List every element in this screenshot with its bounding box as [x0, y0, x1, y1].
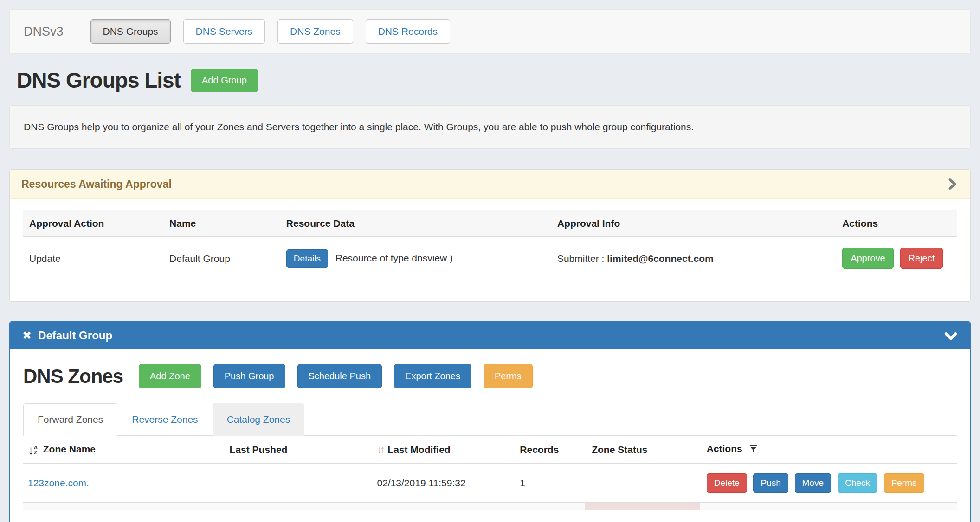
- zone-actions-cell: Delete Push Move Check Perms: [702, 464, 957, 503]
- approval-resource-cell: Details Resource of type dnsview ): [280, 237, 551, 280]
- zone-link[interactable]: 123zone.com.: [28, 477, 89, 488]
- description-well: DNS Groups help you to organize all of y…: [9, 105, 971, 149]
- page-title-row: DNS Groups List Add Group: [17, 68, 971, 93]
- nav-dns-records-button[interactable]: DNS Records: [366, 19, 450, 44]
- submitter-email: limited@6connect.com: [607, 253, 713, 264]
- last-modified-cell: 02/13/2019 11:59:32: [372, 464, 515, 503]
- nav-dns-servers-button[interactable]: DNS Servers: [183, 19, 265, 44]
- move-zone-button[interactable]: Move: [795, 473, 831, 493]
- sort-alpha-icon[interactable]: ↓AZ: [28, 445, 38, 455]
- approval-name-cell: Default Group: [163, 237, 280, 280]
- group-panel-title: Default Group: [38, 329, 944, 342]
- top-navbar: DNSv3 DNS Groups DNS Servers DNS Zones D…: [9, 9, 971, 54]
- approve-button[interactable]: Approve: [842, 248, 894, 269]
- last-pushed-cell: [225, 464, 373, 503]
- export-zones-button[interactable]: Export Zones: [394, 364, 471, 388]
- add-group-button[interactable]: Add Group: [191, 69, 258, 92]
- col-zone-status[interactable]: Zone Status: [587, 436, 702, 464]
- col-approval-info: Approval Info: [551, 210, 836, 237]
- submitter-label: Submitter :: [557, 253, 605, 264]
- zone-tabs: Forward Zones Reverse Zones Catalog Zone…: [23, 403, 957, 436]
- filter-icon[interactable]: [749, 445, 758, 456]
- nav-dns-groups-button[interactable]: DNS Groups: [90, 19, 171, 44]
- reject-button[interactable]: Reject: [900, 248, 943, 269]
- push-group-button[interactable]: Push Group: [213, 364, 285, 388]
- chevron-right-icon[interactable]: [946, 178, 959, 191]
- group-panel-body: DNS Zones Add Zone Push Group Schedule P…: [10, 349, 970, 522]
- push-zone-button[interactable]: Push: [753, 473, 788, 493]
- dns-zones-toolbar: DNS Zones Add Zone Push Group Schedule P…: [23, 364, 957, 388]
- tab-reverse-zones[interactable]: Reverse Zones: [117, 403, 212, 436]
- check-zone-button[interactable]: Check: [838, 473, 877, 493]
- approval-action-cell: Update: [23, 237, 163, 280]
- details-button[interactable]: Details: [286, 249, 328, 268]
- col-name: Name: [163, 210, 280, 237]
- sort-icon[interactable]: ↓↑: [377, 444, 383, 455]
- col-last-modified[interactable]: ↓↑ Last Modified: [372, 436, 515, 464]
- schedule-push-button[interactable]: Schedule Push: [297, 364, 382, 388]
- default-group-panel: ✖ Default Group DNS Zones Add Zone Push …: [9, 321, 971, 522]
- zone-name-cell: 123zone.com.: [23, 464, 225, 503]
- add-zone-button[interactable]: Add Zone: [139, 364, 201, 388]
- perms-zone-button[interactable]: Perms: [884, 473, 924, 493]
- zones-table: ↓AZ Zone Name Last Pushed ↓↑ Last Modifi…: [23, 436, 957, 503]
- col-records[interactable]: Records: [515, 436, 587, 464]
- perms-group-button[interactable]: Perms: [484, 364, 533, 388]
- approval-panel-body: Approval Action Name Resource Data Appro…: [10, 199, 970, 301]
- col-resource-data: Resource Data: [280, 210, 551, 237]
- col-last-pushed[interactable]: Last Pushed: [225, 436, 373, 464]
- chevron-down-icon[interactable]: [944, 329, 958, 343]
- col-zone-name[interactable]: ↓AZ Zone Name: [23, 436, 225, 464]
- approval-panel-title: Resources Awaiting Approval: [21, 178, 172, 191]
- tab-forward-zones[interactable]: Forward Zones: [23, 403, 117, 436]
- close-icon[interactable]: ✖: [22, 329, 32, 342]
- nav-dns-zones-button[interactable]: DNS Zones: [277, 19, 353, 44]
- app-brand: DNSv3: [24, 25, 64, 39]
- group-panel-header[interactable]: ✖ Default Group: [10, 322, 970, 349]
- approval-actions-cell: Approve Reject: [836, 237, 957, 280]
- table-row-partial: [23, 503, 957, 510]
- col-actions: Actions: [836, 210, 957, 237]
- tab-catalog-zones[interactable]: Catalog Zones: [213, 403, 305, 436]
- zone-table-row: 123zone.com. 02/13/2019 11:59:32 1 Delet…: [23, 464, 957, 503]
- approval-panel: Resources Awaiting Approval Approval Act…: [9, 169, 971, 302]
- col-zone-actions[interactable]: Actions: [702, 436, 957, 464]
- records-cell: 1: [515, 464, 587, 503]
- zone-status-cell: [587, 464, 702, 503]
- zone-status-flag: [585, 503, 700, 510]
- col-approval-action: Approval Action: [23, 210, 163, 237]
- dns-zones-title: DNS Zones: [23, 365, 123, 388]
- approval-table: Approval Action Name Resource Data Appro…: [23, 210, 957, 280]
- approval-row: Update Default Group Details Resource of…: [23, 237, 957, 280]
- page: DNSv3 DNS Groups DNS Servers DNS Zones D…: [0, 9, 980, 522]
- resource-data-text: Resource of type dnsview ): [335, 253, 453, 263]
- approval-info-cell: Submitter : limited@6connect.com: [551, 237, 836, 280]
- page-title: DNS Groups List: [17, 68, 181, 93]
- delete-zone-button[interactable]: Delete: [707, 473, 747, 493]
- approval-panel-header[interactable]: Resources Awaiting Approval: [10, 170, 970, 199]
- description-text: DNS Groups help you to organize all of y…: [24, 121, 694, 132]
